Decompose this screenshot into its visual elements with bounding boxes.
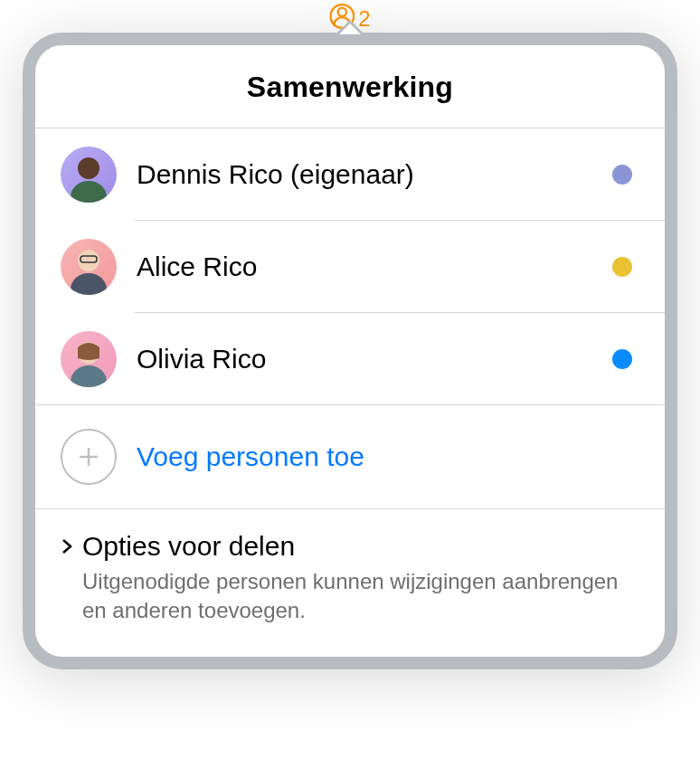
- status-dot: [612, 349, 632, 369]
- person-name: Dennis Rico (eigenaar): [137, 159, 592, 190]
- share-options-button[interactable]: Opties voor delen Uitgenodigde personen …: [35, 509, 665, 657]
- add-people-button[interactable]: Voeg personen toe: [35, 405, 665, 509]
- avatar: [61, 331, 117, 387]
- person-row[interactable]: Olivia Rico: [35, 313, 665, 405]
- status-dot: [612, 165, 632, 185]
- svg-point-2: [78, 157, 99, 179]
- person-name: Olivia Rico: [137, 344, 592, 375]
- add-people-label: Voeg personen toe: [137, 441, 364, 472]
- popover-pointer: [336, 20, 364, 34]
- popover-title: Samenwerking: [35, 71, 665, 104]
- people-list: Dennis Rico (eigenaar) Alice Rico Olivia…: [35, 128, 665, 405]
- person-row[interactable]: Dennis Rico (eigenaar): [35, 128, 665, 221]
- svg-point-5: [71, 273, 107, 295]
- person-name: Alice Rico: [137, 251, 592, 282]
- collaboration-popover: Samenwerking Dennis Rico (eigenaar) Alic…: [23, 33, 677, 669]
- avatar: [61, 147, 117, 203]
- person-row[interactable]: Alice Rico: [35, 221, 665, 313]
- svg-point-3: [71, 181, 107, 203]
- popover-header: Samenwerking: [35, 45, 665, 128]
- svg-point-0: [338, 8, 346, 16]
- chevron-right-icon: [61, 537, 73, 555]
- avatar: [61, 239, 117, 295]
- status-dot: [612, 257, 632, 277]
- svg-point-8: [71, 365, 107, 387]
- plus-icon: [61, 429, 117, 485]
- share-options-description: Uitgenodigde personen kunnen wijzigingen…: [82, 567, 632, 626]
- share-options-title: Opties voor delen: [82, 531, 295, 562]
